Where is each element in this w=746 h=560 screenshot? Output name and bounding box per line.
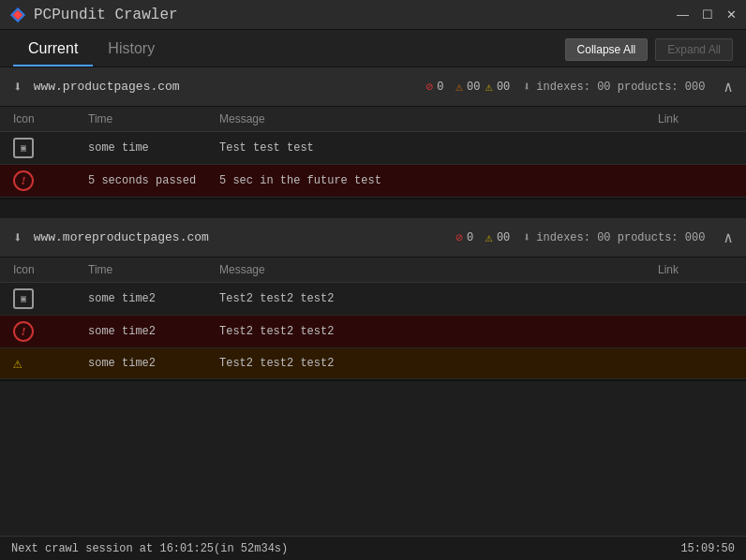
minimize-button[interactable]: — xyxy=(677,7,689,22)
col-message-1: Message xyxy=(219,112,658,125)
circle-exclaim-icon-2-2: ! xyxy=(13,321,34,342)
window-controls: — ☐ ✕ xyxy=(677,7,737,22)
site-stats-2: ⬇ indexes: 00 products: 000 xyxy=(523,229,705,245)
site-header-1: ⬇ www.productpages.com ⊘ 0 ⚠ 00 ⚠ 00 ⬇ i… xyxy=(0,67,746,107)
col-link-1: Link xyxy=(658,112,733,125)
site-header-2: ⬇ www.moreproductpages.com ⊘ 0 ⚠ 00 ⬇ in… xyxy=(0,218,746,258)
col-message-2: Message xyxy=(219,263,658,276)
log-cell-time-1-2: 5 seconds passed xyxy=(88,174,219,187)
tab-current[interactable]: Current xyxy=(13,33,93,66)
box-icon-2-1: ▣ xyxy=(13,288,34,309)
col-link-2: Link xyxy=(658,263,733,276)
tab-history[interactable]: History xyxy=(93,33,170,66)
expand-all-button[interactable]: Expand All xyxy=(655,38,733,61)
alert-icon-1: ⚠ xyxy=(485,80,493,95)
circle-exclaim-icon-1-2: ! xyxy=(13,170,34,191)
stats-icon-1: ⬇ xyxy=(523,79,530,95)
status-time: 15:09:50 xyxy=(680,542,735,555)
log-cell-icon-1-1: ▣ xyxy=(13,138,88,158)
app-title: PCPundit Crawler xyxy=(34,7,178,23)
col-icon-1: Icon xyxy=(13,112,88,125)
close-button[interactable]: ✕ xyxy=(726,7,737,22)
toolbar-buttons: Collapse All Expand All xyxy=(565,38,733,66)
status-crawl-text: Next crawl session at 16:01:25(in 52m34s… xyxy=(11,542,288,555)
log-row-2-2: ! some time2 Test2 test2 test2 xyxy=(0,316,746,348)
alert-count-1: 00 xyxy=(497,81,512,94)
log-row-2-1: ▣ some time2 Test2 test2 test2 xyxy=(0,283,746,316)
warning-count-1: 00 xyxy=(467,81,482,94)
title-left: PCPundit Crawler xyxy=(9,7,178,23)
main-content[interactable]: ⬇ www.productpages.com ⊘ 0 ⚠ 00 ⚠ 00 ⬇ i… xyxy=(0,67,746,536)
alert-count-2: 00 xyxy=(497,231,512,244)
site-stats-1: ⬇ indexes: 00 products: 000 xyxy=(523,79,705,95)
log-cell-time-2-2: some time2 xyxy=(88,325,219,338)
log-row-2-3: ⚠ some time2 Test2 test2 test2 xyxy=(0,348,746,379)
maximize-button[interactable]: ☐ xyxy=(702,7,713,22)
log-cell-message-1-1: Test test test xyxy=(219,141,658,155)
stats-text-2: indexes: 00 products: 000 xyxy=(536,231,705,244)
site-badges-1: ⊘ 0 ⚠ 00 ⚠ 00 xyxy=(425,80,511,95)
col-icon-2: Icon xyxy=(13,263,88,276)
log-table-1: Icon Time Message Link ▣ some time Test … xyxy=(0,107,746,198)
log-header-1: Icon Time Message Link xyxy=(0,107,746,132)
log-cell-time-2-3: some time2 xyxy=(88,357,219,370)
log-cell-time-2-1: some time2 xyxy=(88,292,219,305)
collapse-btn-2[interactable]: ∧ xyxy=(724,228,733,247)
col-time-2: Time xyxy=(88,263,219,276)
status-bar: Next crawl session at 16:01:25(in 52m34s… xyxy=(0,536,746,560)
error-count-2: 0 xyxy=(467,231,482,244)
log-cell-message-1-2: 5 sec in the future test xyxy=(219,174,658,187)
error-icon-1: ⊘ xyxy=(425,80,433,95)
site-section-2: ⬇ www.moreproductpages.com ⊘ 0 ⚠ 00 ⬇ in… xyxy=(0,218,746,381)
site-url-1: www.productpages.com xyxy=(34,80,415,94)
log-cell-message-2-1: Test2 test2 test2 xyxy=(219,292,658,305)
log-cell-message-2-2: Test2 test2 test2 xyxy=(219,325,658,338)
site-badges-2: ⊘ 0 ⚠ 00 xyxy=(455,230,512,245)
title-bar: PCPundit Crawler — ☐ ✕ xyxy=(0,0,746,30)
triangle-warn-icon-2-3: ⚠ xyxy=(13,356,22,373)
stats-text-1: indexes: 00 products: 000 xyxy=(536,81,705,94)
spacer xyxy=(0,199,746,218)
log-cell-icon-2-2: ! xyxy=(13,321,88,342)
log-row-1-1: ▣ some time Test test test xyxy=(0,132,746,165)
site-url-2: www.moreproductpages.com xyxy=(34,230,445,244)
log-cell-icon-2-3: ⚠ xyxy=(13,354,88,373)
warning-icon-1: ⚠ xyxy=(455,80,463,95)
log-cell-time-1-1: some time xyxy=(88,141,219,155)
log-cell-icon-1-2: ! xyxy=(13,170,88,191)
log-cell-icon-2-1: ▣ xyxy=(13,288,88,309)
log-row-1-2: ! 5 seconds passed 5 sec in the future t… xyxy=(0,165,746,198)
download-icon-1: ⬇ xyxy=(13,78,22,96)
box-icon-1-1: ▣ xyxy=(13,138,34,158)
alert-icon-2: ⚠ xyxy=(485,230,493,245)
download-icon-2: ⬇ xyxy=(13,228,22,247)
collapse-all-button[interactable]: Collapse All xyxy=(565,38,649,61)
app-icon xyxy=(9,7,26,23)
collapse-btn-1[interactable]: ∧ xyxy=(724,78,733,96)
error-count-1: 0 xyxy=(437,81,452,94)
stats-icon-2: ⬇ xyxy=(523,229,530,245)
log-cell-message-2-3: Test2 test2 test2 xyxy=(219,357,658,370)
tab-bar: Current History Collapse All Expand All xyxy=(0,30,746,67)
site-section-1: ⬇ www.productpages.com ⊘ 0 ⚠ 00 ⚠ 00 ⬇ i… xyxy=(0,67,746,199)
log-table-2: Icon Time Message Link ▣ some time2 Test… xyxy=(0,258,746,379)
log-header-2: Icon Time Message Link xyxy=(0,258,746,283)
col-time-1: Time xyxy=(88,112,219,125)
error-icon-2: ⊘ xyxy=(455,230,463,245)
tabs: Current History xyxy=(13,33,170,66)
